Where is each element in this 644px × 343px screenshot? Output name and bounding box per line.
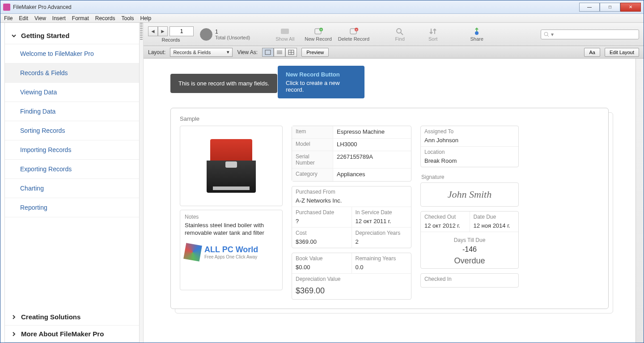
toolbar: ◄ ► 1 Records 1 Total (Unsorted) bbox=[144, 23, 644, 46]
edit-layout-button[interactable]: Edit Layout bbox=[605, 48, 639, 57]
sort-button[interactable]: Sort bbox=[419, 27, 446, 42]
dep-value-label: Depreciation Value bbox=[292, 274, 411, 284]
dep-years-field[interactable]: 2 bbox=[352, 238, 411, 248]
menu-help[interactable]: Help bbox=[140, 15, 152, 21]
menu-records[interactable]: Records bbox=[95, 15, 115, 21]
aa-button[interactable]: Aa bbox=[584, 48, 600, 57]
pane-divider[interactable] bbox=[139, 23, 144, 343]
date-due-field[interactable]: 12 ноя 2014 г. bbox=[470, 222, 519, 232]
cube-icon bbox=[183, 243, 202, 262]
sidebar-item-importing[interactable]: Importing Records bbox=[5, 140, 139, 160]
category-field[interactable]: Appliances bbox=[333, 169, 411, 181]
location-label: Location bbox=[421, 147, 518, 157]
new-record-button[interactable]: + New Record bbox=[305, 27, 332, 42]
show-all-button[interactable]: Show All bbox=[271, 27, 298, 42]
cost-field[interactable]: $369.00 bbox=[292, 238, 352, 248]
dep-years-label: Depreciation Years bbox=[352, 228, 411, 238]
model-field[interactable]: LH3000 bbox=[333, 139, 411, 151]
sidebar-item-exporting[interactable]: Exporting Records bbox=[5, 160, 139, 179]
find-button[interactable]: Find bbox=[386, 27, 413, 42]
date-due-label: Date Due bbox=[470, 212, 519, 222]
chevron-right-icon bbox=[11, 331, 17, 337]
svg-rect-12 bbox=[265, 50, 271, 55]
search-field[interactable]: ▾ bbox=[541, 30, 639, 39]
days-till-field: -146 bbox=[424, 246, 516, 256]
sidebar-item-charting[interactable]: Charting bbox=[5, 179, 139, 198]
checked-out-label: Checked Out bbox=[421, 212, 470, 222]
watermark-logo: ALL PC World Free Apps One Click Away bbox=[185, 244, 278, 260]
svg-text:×: × bbox=[356, 28, 358, 32]
purchased-from-field[interactable]: A-Z Networks Inc. bbox=[292, 197, 411, 207]
pie-icon bbox=[200, 28, 212, 41]
view-list-button[interactable] bbox=[274, 48, 285, 57]
svg-point-7 bbox=[397, 29, 401, 33]
checked-in-field[interactable] bbox=[421, 284, 518, 287]
sidebar-item-welcome[interactable]: Welcome to FileMaker Pro bbox=[5, 44, 139, 64]
content-pane: This is one record with many fields. New… bbox=[144, 59, 636, 343]
search-icon bbox=[544, 32, 549, 37]
sidebar-item-reporting[interactable]: Reporting bbox=[5, 198, 139, 217]
svg-rect-0 bbox=[281, 29, 289, 34]
sidebar-item-finding[interactable]: Finding Data bbox=[5, 102, 139, 121]
svg-line-11 bbox=[547, 35, 549, 37]
layout-label: Layout: bbox=[148, 49, 165, 55]
view-as-label: View As: bbox=[237, 49, 258, 55]
layout-select[interactable]: Records & Fields▾ bbox=[170, 48, 233, 57]
sidebar-section-creating[interactable]: Creating Solutions bbox=[5, 309, 139, 326]
sample-label: Sample bbox=[180, 115, 599, 122]
sidebar-item-sorting[interactable]: Sorting Records bbox=[5, 121, 139, 140]
book-value-field: $0.00 bbox=[292, 264, 352, 273]
share-icon bbox=[471, 27, 482, 36]
prev-record-button[interactable]: ◄ bbox=[148, 26, 158, 36]
menu-edit[interactable]: Edit bbox=[19, 15, 28, 21]
menu-tools[interactable]: Tools bbox=[122, 15, 134, 21]
left-gutter bbox=[0, 23, 5, 343]
remaining-label: Remaining Years bbox=[352, 253, 411, 264]
item-field[interactable]: Espresso Machine bbox=[333, 126, 411, 138]
next-record-button[interactable]: ► bbox=[158, 26, 168, 36]
sidebar-item-viewing[interactable]: Viewing Data bbox=[5, 83, 139, 102]
in-service-field[interactable]: 12 окт 2011 г. bbox=[352, 218, 411, 227]
share-button[interactable]: Share bbox=[463, 27, 490, 42]
sidebar-section-getting-started[interactable]: Getting Started bbox=[5, 27, 139, 44]
location-field[interactable]: Break Room bbox=[421, 157, 518, 167]
window-titlebar: FileMaker Pro Advanced — □ ✕ bbox=[0, 0, 644, 14]
delete-record-button[interactable]: × Delete Record bbox=[338, 27, 369, 42]
svg-point-9 bbox=[475, 31, 479, 35]
vertical-scrollbar[interactable] bbox=[636, 59, 644, 343]
item-label: Item bbox=[292, 126, 333, 138]
menu-view[interactable]: View bbox=[34, 15, 46, 21]
preview-button[interactable]: Preview bbox=[301, 48, 329, 57]
view-table-button[interactable] bbox=[285, 48, 297, 57]
view-form-button[interactable] bbox=[262, 48, 274, 57]
maximize-button[interactable]: □ bbox=[600, 3, 620, 12]
records-label: Records bbox=[162, 37, 180, 42]
assigned-field[interactable]: Ann Johnson bbox=[421, 137, 518, 146]
minimize-button[interactable]: — bbox=[579, 3, 600, 12]
notes-label: Notes bbox=[185, 214, 278, 220]
close-button[interactable]: ✕ bbox=[620, 3, 641, 12]
menu-file[interactable]: File bbox=[4, 15, 13, 21]
purchased-from-label: Purchased From bbox=[292, 186, 411, 197]
sort-icon bbox=[428, 27, 438, 36]
serial-field[interactable]: 2267155789A bbox=[333, 151, 411, 168]
menu-insert[interactable]: Insert bbox=[52, 15, 66, 21]
notes-value[interactable]: Stainless steel lined boiler with remova… bbox=[185, 222, 278, 237]
menu-format[interactable]: Format bbox=[72, 15, 89, 21]
delete-record-icon: × bbox=[348, 27, 359, 36]
sidebar-section-more[interactable]: More About FileMaker Pro bbox=[5, 326, 139, 343]
signature-box[interactable]: John Smith bbox=[420, 182, 519, 207]
purchased-date-field[interactable]: ? bbox=[292, 218, 352, 227]
checked-out-field[interactable]: 12 окт 2012 г. bbox=[421, 222, 470, 232]
checked-in-label: Checked In bbox=[421, 274, 518, 284]
serial-label: Serial Number bbox=[292, 151, 333, 168]
record-total: 1 bbox=[215, 29, 250, 35]
sidebar-item-records-fields[interactable]: Records & Fields bbox=[5, 64, 139, 83]
new-record-icon: + bbox=[313, 27, 324, 36]
section-title: More About FileMaker Pro bbox=[21, 330, 104, 338]
section-title: Getting Started bbox=[21, 32, 69, 39]
assigned-label: Assigned To bbox=[421, 126, 518, 137]
model-label: Model bbox=[292, 139, 333, 151]
window-title: FileMaker Pro Advanced bbox=[13, 4, 579, 10]
record-number-field[interactable]: 1 bbox=[169, 26, 194, 36]
